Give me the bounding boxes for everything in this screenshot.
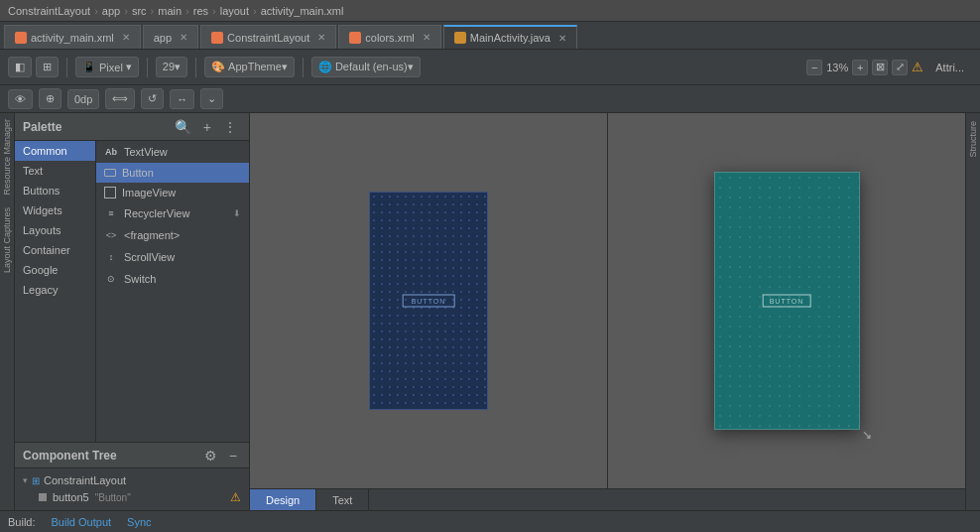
left-panel: Palette 🔍 + ⋮ Common Text Buttons Widget… [15, 113, 250, 510]
palette-item-scrollview[interactable]: ↕ ScrollView [96, 246, 249, 268]
tab-java-icon [454, 32, 466, 44]
device-label: Pixel [99, 62, 123, 73]
blueprint-phone-frame: BUTTON [369, 192, 488, 410]
side-tabs-panel: Resource Manager Layout Captures [0, 113, 15, 510]
palette-item-recyclerview[interactable]: ≡ RecyclerView ⬇ [96, 202, 249, 224]
locale-label: Default (en-us)▾ [335, 61, 414, 73]
resize-handle-icon[interactable]: ↘ [862, 428, 872, 442]
palette-items-list: Ab TextView Button ImageView ≡ RecyclerV… [96, 141, 249, 442]
tab-colors-close[interactable]: ✕ [423, 32, 430, 43]
tool1-button[interactable]: ↺ [141, 88, 164, 109]
component-tree-section: Component Tree ⚙ − ▾ ⊞ ConstraintLayout … [15, 442, 249, 510]
breadcrumb-constraintlayout[interactable]: ConstraintLayout [8, 5, 90, 17]
magnet-icon: ⊕ [46, 92, 55, 105]
tab-app[interactable]: app ✕ [143, 25, 198, 49]
tab-mainactivity[interactable]: MainActivity.java ✕ [443, 25, 577, 49]
breadcrumb-res[interactable]: res [193, 5, 208, 17]
button-icon [104, 169, 116, 177]
palette-item-fragment[interactable]: <> <fragment> [96, 224, 249, 246]
api-dropdown[interactable]: 29▾ [156, 57, 187, 77]
fragment-icon: <> [104, 228, 118, 242]
blueprint-view[interactable]: BUTTON [250, 113, 607, 488]
tree-item-button5-label: button5 [53, 491, 89, 503]
side-tab-layout-captures[interactable]: Layout Captures [0, 201, 14, 279]
device-wrapper: BUTTON ↘ [714, 172, 860, 430]
tab-text[interactable]: Text [316, 489, 369, 511]
download-icon: ⬇ [233, 208, 241, 218]
device-dropdown[interactable]: 📱 Pixel ▾ [75, 57, 139, 77]
api-label: 29▾ [163, 61, 181, 73]
tab-mainactivity-close[interactable]: ✕ [558, 33, 566, 44]
blueprint-button[interactable]: BUTTON [403, 295, 455, 308]
orient-button[interactable]: ⊞ [36, 57, 59, 77]
palette-add-button[interactable]: + [199, 117, 215, 137]
align-button[interactable]: ⟺ [105, 88, 135, 109]
tree-item-constraintlayout-label: ConstraintLayout [44, 474, 126, 486]
palette-item-button-label: Button [122, 167, 154, 179]
palette-item-imageview[interactable]: ImageView [96, 183, 249, 202]
palette-item-switch[interactable]: ⊙ Switch [96, 268, 249, 290]
component-tree-minus-button[interactable]: − [225, 446, 241, 466]
tab-design[interactable]: Design [250, 489, 316, 511]
tab-activity-main-close[interactable]: ✕ [122, 32, 130, 43]
device-chevron-icon: ▾ [126, 61, 132, 73]
tab-app-close[interactable]: ✕ [180, 32, 187, 43]
constraintlayout-icon: ⊞ [32, 475, 40, 486]
breadcrumb-file[interactable]: activity_main.xml [261, 5, 344, 17]
palette-menu-button[interactable]: ⋮ [219, 117, 241, 137]
margin-value: 0dp [74, 93, 92, 105]
main-device-view[interactable]: BUTTON ↘ [607, 113, 965, 488]
theme-label: AppTheme▾ [228, 61, 288, 73]
palette-category-widgets[interactable]: Widgets [15, 200, 95, 220]
palette-item-textview[interactable]: Ab TextView [96, 141, 249, 163]
palette-category-common[interactable]: Common [15, 141, 95, 161]
component-tree-body: ▾ ⊞ ConstraintLayout button5 "Button" ⚠ [15, 468, 249, 510]
tab-constraintlayout[interactable]: ConstraintLayout ✕ [200, 25, 336, 49]
tab-constraintlayout-close[interactable]: ✕ [317, 32, 325, 43]
imageview-icon [104, 187, 116, 199]
palette-category-google[interactable]: Google [15, 260, 95, 280]
tool2-button[interactable]: ↔ [170, 89, 194, 109]
breadcrumb-main[interactable]: main [158, 5, 182, 17]
tree-item-constraintlayout[interactable]: ▾ ⊞ ConstraintLayout [23, 472, 241, 488]
zoom-fit-button[interactable]: ⊠ [872, 60, 888, 75]
magnet-button[interactable]: ⊕ [39, 88, 61, 109]
toolbar-sep-4 [303, 58, 304, 77]
breadcrumb-layout[interactable]: layout [220, 5, 249, 17]
palette-category-legacy[interactable]: Legacy [15, 280, 95, 300]
tab-colors[interactable]: colors.xml ✕ [338, 25, 441, 49]
breadcrumb-src[interactable]: src [132, 5, 147, 17]
side-tab-resource-manager[interactable]: Resource Manager [0, 113, 14, 201]
palette-item-scrollview-label: ScrollView [124, 251, 175, 263]
eye-button[interactable]: 👁 [8, 89, 33, 109]
component-tree-gear-button[interactable]: ⚙ [200, 446, 221, 466]
design-mode-button[interactable]: ◧ [8, 57, 32, 77]
zoom-reset-button[interactable]: ⤢ [892, 60, 908, 75]
canvas-container: BUTTON BUTTON ↘ Desi [250, 113, 965, 510]
zoom-in-button[interactable]: + [852, 60, 868, 75]
sync-link[interactable]: Sync [127, 516, 151, 528]
palette-category-layouts[interactable]: Layouts [15, 220, 95, 240]
build-output-link[interactable]: Build Output [52, 516, 112, 528]
design-icon: ◧ [15, 61, 25, 73]
theme-dropdown[interactable]: 🎨 AppTheme▾ [204, 57, 295, 77]
blueprint-phone-wrapper: BUTTON [369, 192, 488, 410]
tab-mainactivity-label: MainActivity.java [470, 32, 551, 44]
locale-dropdown[interactable]: 🌐 Default (en-us)▾ [311, 57, 421, 77]
tool3-button[interactable]: ⌄ [200, 88, 223, 109]
component-tree-title: Component Tree [23, 449, 196, 463]
tab-colors-xml-icon [349, 32, 361, 44]
palette-category-buttons[interactable]: Buttons [15, 181, 95, 200]
tab-activity-main[interactable]: activity_main.xml ✕ [4, 25, 141, 49]
breadcrumb-app[interactable]: app [102, 5, 120, 17]
palette-category-container[interactable]: Container [15, 240, 95, 260]
palette-item-button[interactable]: Button [96, 163, 249, 183]
structure-side-tab[interactable]: Structure [966, 113, 980, 166]
zoom-out-button[interactable]: − [806, 60, 822, 75]
palette-search-button[interactable]: 🔍 [171, 117, 195, 137]
device-button[interactable]: BUTTON [763, 295, 811, 308]
tree-item-button5[interactable]: button5 "Button" ⚠ [23, 488, 241, 506]
toolbar-sep-1 [66, 58, 67, 77]
margin-input[interactable]: 0dp [67, 89, 99, 109]
palette-category-text[interactable]: Text [15, 161, 95, 181]
